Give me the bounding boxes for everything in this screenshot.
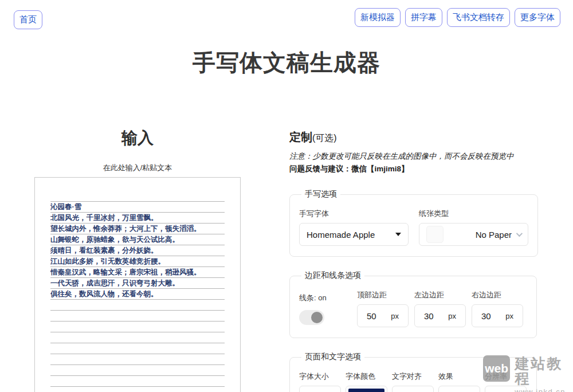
input-text-line: 俱往矣，数风流人物，还看今朝。 (50, 289, 225, 300)
customize-note: 注意：少数更改可能只反映在生成的图像中，而不会反映在预览中 (289, 151, 537, 162)
paper-rule-line (50, 322, 225, 332)
paper-type-select[interactable]: No Paper (419, 223, 528, 246)
top-margin-input[interactable]: 50 px (357, 304, 409, 327)
effect-label: 效果 (438, 371, 480, 382)
lines-toggle-label: 线条: on (299, 293, 348, 303)
nav-button-subtitle-builder[interactable]: 拼字幕 (405, 8, 442, 27)
top-margin-value: 50 (367, 311, 376, 321)
font-size-input[interactable]: 10 pt (299, 386, 341, 392)
top-margin-unit: px (391, 312, 399, 320)
handwriting-options-legend: 手写选项 (301, 189, 340, 199)
customize-heading: 定制(可选) (289, 130, 537, 145)
customize-heading-main: 定制 (289, 131, 312, 143)
paper-rule-line (50, 332, 225, 343)
paper-rule-line (50, 376, 225, 387)
text-input-area[interactable]: 沁园春·雪 北国风光，千里冰封，万里雪飘。 望长城内外，惟余莽莽；大河上下，顿失… (34, 177, 241, 392)
left-margin-input[interactable]: 30 px (414, 304, 466, 327)
feedback-note: 问题反馈与建议：微信【imjimi8】 (289, 164, 537, 174)
paper-thumbnail (426, 226, 444, 243)
customize-section: 定制(可选) 注意：少数更改可能只反映在生成的图像中，而不会反映在预览中 问题反… (289, 130, 537, 392)
nav-button-feishu-transfer[interactable]: 飞书文档转存 (447, 8, 510, 27)
input-text-line: 江山如此多娇，引无数英雄竞折腰。 (50, 256, 225, 267)
chevron-down-icon (516, 230, 523, 237)
toggle-knob (311, 312, 323, 323)
font-color-picker[interactable] (346, 386, 387, 392)
top-margin-label: 顶部边距 (357, 290, 409, 300)
paper-rule-line (50, 300, 225, 311)
paper-rule-line (50, 365, 225, 376)
top-bar: 首页 新模拟器 拼字幕 飞书文档转存 更多字体 (0, 0, 573, 32)
lines-toggle[interactable] (299, 310, 324, 325)
handwriting-font-select[interactable]: Homemade Apple (299, 223, 409, 246)
font-size-label: 字体大小 (299, 371, 341, 382)
home-button[interactable]: 首页 (14, 10, 42, 29)
dropdown-caret-icon (395, 233, 401, 236)
margin-line-options-group: 边距和线条选项 线条: on 顶部边距 50 px 左边边距 30 px (289, 271, 537, 338)
input-text-line: 须晴日，看红装素裹，分外妖娆。 (50, 245, 225, 256)
input-heading: 输入 (34, 127, 241, 149)
right-margin-input[interactable]: 30 px (472, 304, 523, 327)
input-text-line: 望长城内外，惟余莽莽；大河上下，顿失滔滔。 (50, 224, 225, 234)
handwriting-font-label: 手写字体 (299, 209, 409, 219)
left-margin-value: 30 (424, 311, 434, 321)
text-align-select[interactable]: 居左 (392, 386, 434, 392)
input-section: 输入 在此处输入/粘贴文本 沁园春·雪 北国风光，千里冰封，万里雪飘。 望长城内… (34, 127, 241, 392)
input-text-line: 一代天骄，成吉思汗，只识弯弓射大雕。 (50, 278, 225, 289)
nav-button-more-fonts[interactable]: 更多字体 (515, 8, 560, 27)
resolution-select[interactable]: 正常 (485, 386, 527, 392)
paper-rule-line (50, 311, 225, 322)
resolution-label: 分辨率 (485, 371, 527, 382)
input-text-line: 山舞银蛇，原驰蜡象，欲与天公试比高。 (50, 234, 225, 245)
input-text-line: 惜秦皇汉武，略输文采；唐宗宋祖，稍逊风骚。 (50, 267, 225, 278)
customize-heading-suffix: (可选) (312, 133, 337, 143)
right-margin-value: 30 (481, 311, 491, 321)
input-text-line: 沁园春·雪 (50, 202, 225, 213)
nav-button-new-simulator[interactable]: 新模拟器 (355, 8, 401, 27)
handwriting-font-value: Homemade Apple (307, 230, 375, 240)
paper-type-value: No Paper (476, 230, 512, 240)
right-margin-unit: px (505, 312, 513, 320)
paper-rule-line (50, 343, 225, 354)
right-margin-label: 右边边距 (472, 290, 523, 300)
left-margin-unit: px (448, 312, 456, 320)
nav-button-group: 新模拟器 拼字幕 飞书文档转存 更多字体 (355, 8, 560, 27)
text-align-label: 文字对齐 (392, 371, 434, 382)
left-margin-label: 左边边距 (414, 290, 466, 300)
margin-line-options-legend: 边距和线条选项 (301, 271, 364, 281)
input-subtitle: 在此处输入/粘贴文本 (34, 163, 241, 173)
paper-rule-line (50, 387, 225, 392)
font-color-label: 字体颜色 (346, 371, 387, 382)
page-text-options-group: 页面和文字选项 字体大小 10 pt 字体颜色 文字对齐 居左 (289, 352, 537, 392)
paper-type-label: 纸张类型 (419, 209, 528, 219)
font-color-swatch (348, 389, 384, 392)
page-text-options-legend: 页面和文字选项 (301, 352, 364, 362)
handwriting-options-group: 手写选项 手写字体 Homemade Apple 纸张类型 No Paper (289, 189, 538, 257)
paper-rule-line (50, 354, 225, 365)
page-title: 手写体文稿生成器 (0, 47, 573, 79)
paper-rule-line (50, 191, 225, 202)
effect-select[interactable]: 无效果 (438, 386, 480, 392)
input-text-line: 北国风光，千里冰封，万里雪飘。 (50, 213, 225, 224)
